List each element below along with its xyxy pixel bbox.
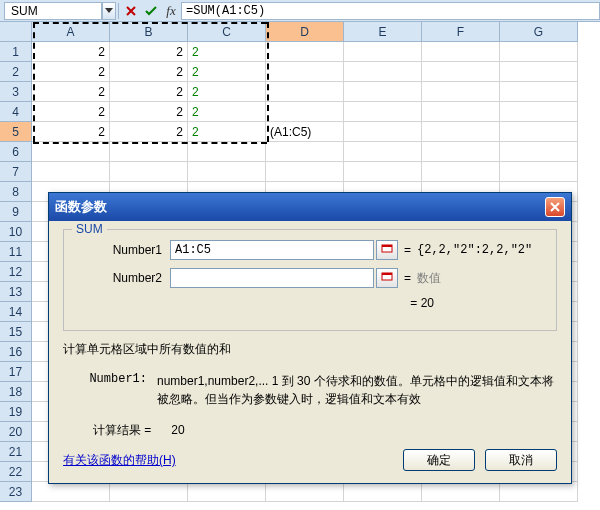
fx-icon[interactable]: fx bbox=[161, 1, 181, 21]
cancel-button[interactable]: 取消 bbox=[485, 449, 557, 471]
row-header[interactable]: 14 bbox=[0, 302, 32, 322]
row-header[interactable]: 9 bbox=[0, 202, 32, 222]
row-header[interactable]: 4 bbox=[0, 102, 32, 122]
cell[interactable] bbox=[266, 62, 344, 82]
cell[interactable]: 2 bbox=[188, 62, 266, 82]
row-header[interactable]: 3 bbox=[0, 82, 32, 102]
param1-ref-button[interactable] bbox=[376, 240, 398, 260]
col-header-E[interactable]: E bbox=[344, 22, 422, 42]
select-all-corner[interactable] bbox=[0, 22, 32, 42]
row-header[interactable]: 21 bbox=[0, 442, 32, 462]
cell[interactable]: 2 bbox=[188, 122, 266, 142]
row-header[interactable]: 22 bbox=[0, 462, 32, 482]
row-header[interactable]: 11 bbox=[0, 242, 32, 262]
col-header-G[interactable]: G bbox=[500, 22, 578, 42]
cell[interactable] bbox=[500, 142, 578, 162]
row-header[interactable]: 17 bbox=[0, 362, 32, 382]
cell[interactable] bbox=[500, 42, 578, 62]
cell[interactable]: 2 bbox=[32, 122, 110, 142]
cell[interactable]: 2 bbox=[110, 82, 188, 102]
cell[interactable]: 2 bbox=[188, 102, 266, 122]
col-header-A[interactable]: A bbox=[32, 22, 110, 42]
help-link[interactable]: 有关该函数的帮助(H) bbox=[63, 452, 176, 469]
param2-input[interactable] bbox=[170, 268, 374, 288]
cell[interactable]: 2 bbox=[110, 102, 188, 122]
name-dropdown-icon[interactable] bbox=[102, 2, 116, 20]
row-header[interactable]: 19 bbox=[0, 402, 32, 422]
cell[interactable] bbox=[500, 162, 578, 182]
cell[interactable] bbox=[344, 142, 422, 162]
row-header[interactable]: 12 bbox=[0, 262, 32, 282]
cell[interactable] bbox=[344, 122, 422, 142]
cell[interactable] bbox=[188, 142, 266, 162]
cell[interactable] bbox=[422, 482, 500, 502]
cell[interactable] bbox=[266, 82, 344, 102]
row-header[interactable]: 7 bbox=[0, 162, 32, 182]
ok-button[interactable]: 确定 bbox=[403, 449, 475, 471]
row-header[interactable]: 2 bbox=[0, 62, 32, 82]
cell[interactable] bbox=[110, 142, 188, 162]
cell[interactable] bbox=[422, 142, 500, 162]
cell[interactable] bbox=[500, 62, 578, 82]
cell[interactable] bbox=[266, 162, 344, 182]
cell[interactable]: 2 bbox=[110, 122, 188, 142]
row-header[interactable]: 5 bbox=[0, 122, 32, 142]
row-header[interactable]: 10 bbox=[0, 222, 32, 242]
dialog-titlebar[interactable]: 函数参数 bbox=[49, 193, 571, 221]
param1-input[interactable] bbox=[170, 240, 374, 260]
cell[interactable] bbox=[500, 482, 578, 502]
cell[interactable] bbox=[422, 42, 500, 62]
param2-ref-button[interactable] bbox=[376, 268, 398, 288]
cell[interactable] bbox=[344, 62, 422, 82]
col-header-C[interactable]: C bbox=[188, 22, 266, 42]
cell[interactable] bbox=[32, 162, 110, 182]
cell[interactable] bbox=[188, 482, 266, 502]
cell[interactable]: 2 bbox=[110, 62, 188, 82]
cell[interactable] bbox=[500, 82, 578, 102]
cell[interactable]: 2 bbox=[32, 42, 110, 62]
row-header[interactable]: 23 bbox=[0, 482, 32, 502]
cell[interactable] bbox=[266, 482, 344, 502]
enter-formula-icon[interactable] bbox=[141, 1, 161, 21]
cell[interactable] bbox=[188, 162, 266, 182]
col-header-F[interactable]: F bbox=[422, 22, 500, 42]
formula-input[interactable]: =SUM(A1:C5) bbox=[181, 2, 600, 20]
cell[interactable]: 2 bbox=[32, 102, 110, 122]
cell[interactable] bbox=[110, 482, 188, 502]
cell[interactable]: 2 bbox=[32, 62, 110, 82]
cell[interactable] bbox=[422, 82, 500, 102]
row-header[interactable]: 16 bbox=[0, 342, 32, 362]
cell[interactable] bbox=[266, 102, 344, 122]
cell[interactable] bbox=[344, 82, 422, 102]
close-button[interactable] bbox=[545, 197, 565, 217]
row-header[interactable]: 18 bbox=[0, 382, 32, 402]
row-header[interactable]: 8 bbox=[0, 182, 32, 202]
row-header[interactable]: 15 bbox=[0, 322, 32, 342]
cell[interactable] bbox=[422, 122, 500, 142]
cell[interactable] bbox=[110, 162, 188, 182]
cell[interactable] bbox=[500, 102, 578, 122]
cell[interactable] bbox=[32, 142, 110, 162]
row-header[interactable]: 1 bbox=[0, 42, 32, 62]
row-header[interactable]: 13 bbox=[0, 282, 32, 302]
cell[interactable] bbox=[344, 42, 422, 62]
row-header[interactable]: 20 bbox=[0, 422, 32, 442]
cell[interactable] bbox=[266, 42, 344, 62]
col-header-D[interactable]: D bbox=[266, 22, 344, 42]
cell[interactable]: 2 bbox=[110, 42, 188, 62]
cell[interactable]: (A1:C5) bbox=[266, 122, 344, 142]
cell[interactable] bbox=[344, 102, 422, 122]
cell[interactable] bbox=[344, 482, 422, 502]
cell[interactable] bbox=[500, 122, 578, 142]
cell[interactable] bbox=[344, 162, 422, 182]
cancel-formula-icon[interactable] bbox=[121, 1, 141, 21]
cell[interactable] bbox=[422, 62, 500, 82]
cell[interactable] bbox=[266, 142, 344, 162]
cell[interactable]: 2 bbox=[188, 42, 266, 62]
cell[interactable] bbox=[422, 162, 500, 182]
cell[interactable] bbox=[422, 102, 500, 122]
cell[interactable] bbox=[32, 482, 110, 502]
row-header[interactable]: 6 bbox=[0, 142, 32, 162]
col-header-B[interactable]: B bbox=[110, 22, 188, 42]
name-box[interactable]: SUM bbox=[4, 2, 102, 20]
